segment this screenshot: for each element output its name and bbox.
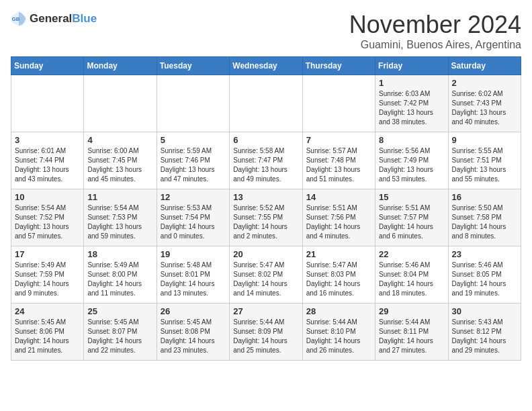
calendar-cell: 24Sunrise: 5:45 AM Sunset: 8:06 PM Dayli…	[11, 304, 84, 361]
day-number: 17	[15, 249, 80, 259]
calendar-table: SundayMondayTuesdayWednesdayThursdayFrid…	[11, 56, 521, 361]
day-info: Sunrise: 5:52 AM Sunset: 7:55 PM Dayligh…	[233, 203, 298, 241]
calendar-cell: 21Sunrise: 5:47 AM Sunset: 8:03 PM Dayli…	[302, 246, 375, 304]
day-number: 15	[379, 192, 444, 202]
calendar-cell: 20Sunrise: 5:47 AM Sunset: 8:02 PM Dayli…	[230, 246, 302, 304]
logo-icon: GB	[11, 11, 27, 27]
day-info: Sunrise: 5:47 AM Sunset: 8:03 PM Dayligh…	[306, 261, 371, 298]
calendar-cell: 27Sunrise: 5:44 AM Sunset: 8:09 PM Dayli…	[230, 304, 302, 361]
month-title: November 2024	[349, 11, 521, 39]
calendar-cell: 5Sunrise: 5:59 AM Sunset: 7:46 PM Daylig…	[157, 132, 229, 189]
day-number: 23	[452, 249, 517, 259]
day-info: Sunrise: 5:53 AM Sunset: 7:54 PM Dayligh…	[161, 203, 226, 241]
calendar-cell: 2Sunrise: 6:02 AM Sunset: 7:43 PM Daylig…	[448, 75, 521, 132]
calendar-cell: 30Sunrise: 5:43 AM Sunset: 8:12 PM Dayli…	[448, 304, 521, 361]
day-info: Sunrise: 5:45 AM Sunset: 8:07 PM Dayligh…	[87, 318, 152, 355]
logo-blue: Blue	[72, 12, 97, 25]
calendar-cell	[230, 75, 302, 132]
day-number: 25	[87, 306, 152, 316]
day-info: Sunrise: 5:43 AM Sunset: 8:12 PM Dayligh…	[452, 318, 517, 355]
day-info: Sunrise: 5:58 AM Sunset: 7:47 PM Dayligh…	[233, 146, 298, 184]
day-number: 18	[87, 249, 152, 259]
week-row-2: 10Sunrise: 5:54 AM Sunset: 7:52 PM Dayli…	[11, 189, 521, 246]
day-number: 28	[306, 306, 371, 316]
header-cell-monday: Monday	[84, 57, 157, 75]
calendar-cell: 10Sunrise: 5:54 AM Sunset: 7:52 PM Dayli…	[11, 189, 84, 246]
calendar-cell	[11, 75, 84, 132]
day-info: Sunrise: 6:00 AM Sunset: 7:45 PM Dayligh…	[87, 146, 152, 184]
svg-text:GB: GB	[12, 16, 20, 22]
calendar-cell	[157, 75, 229, 132]
header-cell-saturday: Saturday	[448, 57, 521, 75]
day-info: Sunrise: 5:56 AM Sunset: 7:49 PM Dayligh…	[379, 146, 444, 184]
calendar-cell: 13Sunrise: 5:52 AM Sunset: 7:55 PM Dayli…	[230, 189, 302, 246]
calendar-cell: 12Sunrise: 5:53 AM Sunset: 7:54 PM Dayli…	[157, 189, 229, 246]
calendar-cell: 8Sunrise: 5:56 AM Sunset: 7:49 PM Daylig…	[375, 132, 448, 189]
calendar-cell: 23Sunrise: 5:46 AM Sunset: 8:05 PM Dayli…	[448, 246, 521, 304]
calendar-cell: 28Sunrise: 5:44 AM Sunset: 8:10 PM Dayli…	[302, 304, 375, 361]
day-number: 8	[379, 135, 444, 145]
day-number: 4	[87, 135, 152, 145]
calendar-cell: 25Sunrise: 5:45 AM Sunset: 8:07 PM Dayli…	[84, 304, 157, 361]
day-number: 29	[379, 306, 444, 316]
day-info: Sunrise: 6:01 AM Sunset: 7:44 PM Dayligh…	[15, 146, 80, 184]
day-number: 24	[15, 306, 80, 316]
calendar-cell: 18Sunrise: 5:49 AM Sunset: 8:00 PM Dayli…	[84, 246, 157, 304]
day-number: 13	[233, 192, 298, 202]
day-info: Sunrise: 5:46 AM Sunset: 8:04 PM Dayligh…	[379, 261, 444, 298]
day-info: Sunrise: 6:03 AM Sunset: 7:42 PM Dayligh…	[379, 89, 444, 127]
header-cell-friday: Friday	[375, 57, 448, 75]
calendar-cell: 29Sunrise: 5:44 AM Sunset: 8:11 PM Dayli…	[375, 304, 448, 361]
day-info: Sunrise: 5:54 AM Sunset: 7:52 PM Dayligh…	[15, 203, 80, 241]
day-info: Sunrise: 5:44 AM Sunset: 8:09 PM Dayligh…	[233, 318, 298, 355]
day-info: Sunrise: 5:46 AM Sunset: 8:05 PM Dayligh…	[452, 261, 517, 298]
calendar-cell: 11Sunrise: 5:54 AM Sunset: 7:53 PM Dayli…	[84, 189, 157, 246]
day-number: 10	[15, 192, 80, 202]
calendar-cell: 22Sunrise: 5:46 AM Sunset: 8:04 PM Dayli…	[375, 246, 448, 304]
week-row-4: 24Sunrise: 5:45 AM Sunset: 8:06 PM Dayli…	[11, 304, 521, 361]
day-number: 7	[306, 135, 371, 145]
calendar-cell: 9Sunrise: 5:55 AM Sunset: 7:51 PM Daylig…	[448, 132, 521, 189]
calendar-cell: 19Sunrise: 5:48 AM Sunset: 8:01 PM Dayli…	[157, 246, 229, 304]
calendar-cell: 15Sunrise: 5:51 AM Sunset: 7:57 PM Dayli…	[375, 189, 448, 246]
header: GB GeneralBlue November 2024 Guamini, Bu…	[11, 11, 521, 51]
day-number: 30	[452, 306, 517, 316]
day-number: 11	[87, 192, 152, 202]
calendar-cell: 26Sunrise: 5:45 AM Sunset: 8:08 PM Dayli…	[157, 304, 229, 361]
calendar-cell: 3Sunrise: 6:01 AM Sunset: 7:44 PM Daylig…	[11, 132, 84, 189]
calendar-cell: 7Sunrise: 5:57 AM Sunset: 7:48 PM Daylig…	[302, 132, 375, 189]
day-info: Sunrise: 5:57 AM Sunset: 7:48 PM Dayligh…	[306, 146, 371, 184]
calendar-cell: 1Sunrise: 6:03 AM Sunset: 7:42 PM Daylig…	[375, 75, 448, 132]
day-number: 22	[379, 249, 444, 259]
calendar-cell: 16Sunrise: 5:50 AM Sunset: 7:58 PM Dayli…	[448, 189, 521, 246]
day-number: 12	[161, 192, 226, 202]
day-info: Sunrise: 5:45 AM Sunset: 8:06 PM Dayligh…	[15, 318, 80, 355]
calendar-cell	[302, 75, 375, 132]
calendar-body: 1Sunrise: 6:03 AM Sunset: 7:42 PM Daylig…	[11, 75, 521, 361]
day-info: Sunrise: 6:02 AM Sunset: 7:43 PM Dayligh…	[452, 89, 517, 127]
week-row-0: 1Sunrise: 6:03 AM Sunset: 7:42 PM Daylig…	[11, 75, 521, 132]
header-cell-wednesday: Wednesday	[230, 57, 302, 75]
logo: GB GeneralBlue	[11, 11, 97, 27]
day-info: Sunrise: 5:47 AM Sunset: 8:02 PM Dayligh…	[233, 261, 298, 298]
week-row-1: 3Sunrise: 6:01 AM Sunset: 7:44 PM Daylig…	[11, 132, 521, 189]
day-info: Sunrise: 5:50 AM Sunset: 7:58 PM Dayligh…	[452, 203, 517, 241]
header-cell-tuesday: Tuesday	[157, 57, 229, 75]
header-cell-sunday: Sunday	[11, 57, 84, 75]
calendar-header-row: SundayMondayTuesdayWednesdayThursdayFrid…	[11, 57, 521, 75]
day-number: 26	[161, 306, 226, 316]
calendar-cell: 6Sunrise: 5:58 AM Sunset: 7:47 PM Daylig…	[230, 132, 302, 189]
header-cell-thursday: Thursday	[302, 57, 375, 75]
day-info: Sunrise: 5:48 AM Sunset: 8:01 PM Dayligh…	[161, 261, 226, 298]
day-number: 19	[161, 249, 226, 259]
title-area: November 2024 Guamini, Buenos Aires, Arg…	[349, 11, 521, 51]
week-row-3: 17Sunrise: 5:49 AM Sunset: 7:59 PM Dayli…	[11, 246, 521, 304]
day-number: 27	[233, 306, 298, 316]
day-info: Sunrise: 5:51 AM Sunset: 7:56 PM Dayligh…	[306, 203, 371, 241]
day-number: 14	[306, 192, 371, 202]
day-info: Sunrise: 5:44 AM Sunset: 8:10 PM Dayligh…	[306, 318, 371, 355]
day-info: Sunrise: 5:59 AM Sunset: 7:46 PM Dayligh…	[161, 146, 226, 184]
day-number: 9	[452, 135, 517, 145]
day-info: Sunrise: 5:54 AM Sunset: 7:53 PM Dayligh…	[87, 203, 152, 241]
day-number: 20	[233, 249, 298, 259]
